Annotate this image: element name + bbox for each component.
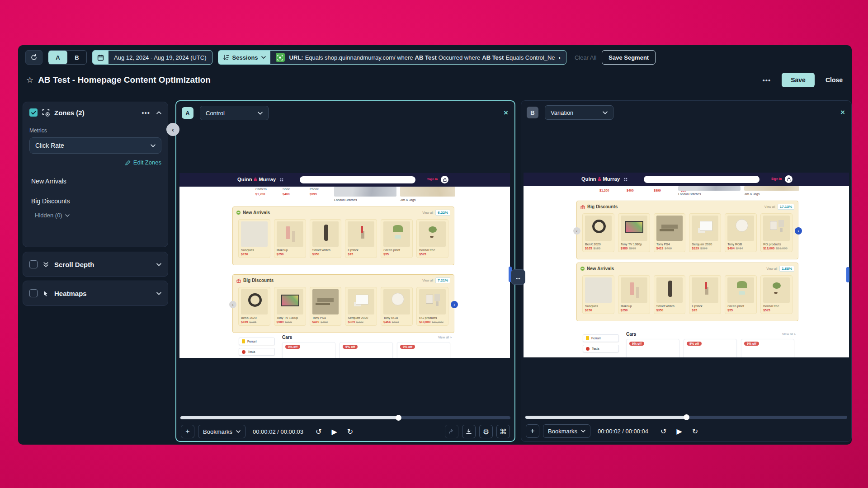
rewind-icon[interactable]: ↺ <box>316 427 321 436</box>
play-icon[interactable]: ▶ <box>676 427 682 436</box>
replay-icon[interactable]: ↻ <box>347 427 353 436</box>
product-card[interactable]: Tony PS4 $419$469 <box>310 287 342 326</box>
scroll-depth-panel[interactable]: Scroll Depth <box>23 252 168 277</box>
shop-search-input[interactable] <box>644 176 760 183</box>
zones-more-icon[interactable]: ••• <box>142 109 150 117</box>
apps-grid-icon[interactable] <box>624 178 627 181</box>
shortcuts-button[interactable]: ⌘ <box>496 425 510 438</box>
brand-card[interactable]: London Britches <box>334 187 396 202</box>
strip-product[interactable]: Shoe $400 <box>283 188 299 196</box>
replay-icon[interactable]: ↻ <box>692 427 698 436</box>
shop-search-input[interactable] <box>300 176 415 183</box>
car-card[interactable]: 9% off <box>282 342 335 358</box>
sidebar-collapse-button[interactable]: ‹ <box>166 123 179 136</box>
timeline-scrubber-a[interactable] <box>180 416 510 419</box>
product-card[interactable]: Makeup $250 <box>618 275 650 314</box>
strip-product[interactable]: Phone $999 <box>310 188 326 196</box>
product-card[interactable]: Tony RGB $464$484 <box>381 287 413 326</box>
view-all-link[interactable]: View all > <box>782 333 796 336</box>
close-button[interactable]: Close <box>826 76 843 84</box>
view-all-link[interactable]: View all > <box>438 336 452 339</box>
scroll-depth-checkbox[interactable] <box>29 260 38 268</box>
zone-list-item[interactable]: Big Discounts <box>29 191 161 211</box>
edit-zones-link[interactable]: Edit Zones <box>29 159 161 166</box>
zone-new-arrivals[interactable]: New Arrivals View all 6.22% Sunglass $15… <box>232 206 454 265</box>
heatmaps-panel[interactable]: Heatmaps <box>23 281 168 306</box>
segment-filter-chip[interactable]: Sessions URL: Equals shop.quinnandmurray… <box>218 50 566 65</box>
product-card[interactable]: Tony RGB $464$484 <box>725 213 757 252</box>
product-card[interactable]: Green plant $55 <box>725 275 757 314</box>
car-filter-button[interactable]: Tesla <box>583 345 619 352</box>
view-all-link[interactable]: View all <box>766 267 777 270</box>
save-segment-button[interactable]: Save Segment <box>602 50 656 65</box>
strip-product[interactable]: Camera $1,200 <box>599 187 616 192</box>
zone-big-discounts[interactable]: Big Discounts View all 17.13% BenX 2020 … <box>576 201 798 259</box>
toggle-a[interactable]: A <box>48 51 67 64</box>
panel-a-close-icon[interactable]: × <box>504 108 508 117</box>
carousel-left-icon[interactable]: ‹ <box>573 227 580 235</box>
strip-product[interactable]: Shoe $400 <box>627 187 643 192</box>
more-options-icon[interactable]: ••• <box>762 76 771 84</box>
url-filter[interactable]: URL: Equals shop.quinnandmurray.com/ whe… <box>270 53 566 62</box>
car-card[interactable]: 9% off <box>340 342 393 358</box>
brand-card[interactable]: London Britches <box>678 186 741 196</box>
product-card[interactable]: RG products $18,000$19,000 <box>760 213 793 252</box>
car-card[interactable]: 9% off <box>397 342 450 358</box>
heatmaps-checkbox[interactable] <box>29 289 38 297</box>
variant-select-a[interactable]: Control <box>200 106 269 120</box>
add-bookmark-button[interactable]: + <box>526 424 539 438</box>
panel-b-close-icon[interactable]: × <box>840 108 845 117</box>
play-icon[interactable]: ▶ <box>331 427 337 436</box>
product-card[interactable]: Smart Watch $350 <box>654 275 686 314</box>
brand-card[interactable]: Jim & Jags <box>744 186 799 196</box>
product-card[interactable]: Lipstick $15 <box>689 275 721 314</box>
metric-select[interactable]: Click Rate <box>29 137 161 154</box>
car-card[interactable]: 9% off <box>684 339 737 357</box>
view-all-link[interactable]: View all <box>422 211 433 214</box>
view-all-link[interactable]: View all <box>764 205 775 208</box>
save-button[interactable]: Save <box>782 73 815 87</box>
carousel-right-icon[interactable]: › <box>451 301 458 308</box>
clear-all-button[interactable]: Clear All <box>575 54 596 61</box>
product-card[interactable]: Tony PS4 $419$469 <box>654 213 686 252</box>
panel-resize-handle[interactable]: ↔ <box>511 269 525 285</box>
chevron-down-icon[interactable] <box>156 263 161 266</box>
car-filter-button[interactable]: Tesla <box>239 348 275 356</box>
product-card[interactable]: Serguarr 2020 $329$399 <box>345 287 377 326</box>
toggle-b[interactable]: B <box>67 51 86 64</box>
cart-bag-icon[interactable] <box>441 176 448 183</box>
product-card[interactable]: Tony TV 1080p $989$999 <box>618 213 650 252</box>
hidden-zones-toggle[interactable]: Hidden (0) <box>29 212 161 219</box>
strip-product[interactable]: Phone $999 <box>654 187 670 192</box>
bookmarks-dropdown[interactable]: Bookmarks <box>543 424 590 438</box>
rewind-icon[interactable]: ↺ <box>660 427 666 436</box>
carousel-right-icon[interactable]: › <box>795 227 802 235</box>
zone-big-discounts[interactable]: Big Discounts View all 7.21% BenX 2020 $… <box>232 274 454 333</box>
car-card[interactable]: 9% off <box>626 339 679 357</box>
product-card[interactable]: Sunglass $150 <box>238 219 270 258</box>
car-filter-button[interactable]: Ferrari <box>239 338 275 345</box>
strip-product[interactable]: Camera $1,200 <box>255 188 272 196</box>
product-card[interactable]: Lipstick $15 <box>345 219 377 258</box>
product-card[interactable]: Bonsai tree $525 <box>416 219 448 258</box>
timeline-scrubber-b[interactable] <box>525 416 847 419</box>
product-card[interactable]: BenX 2020 $165$185 <box>238 287 270 326</box>
settings-button[interactable]: ⚙ <box>479 425 493 438</box>
product-card[interactable]: Green plant $55 <box>381 219 413 258</box>
car-filter-button[interactable]: Ferrari <box>583 334 619 342</box>
date-range-chip[interactable]: Aug 12, 2024 - Aug 19, 2024 (UTC) <box>92 50 212 65</box>
add-bookmark-button[interactable]: + <box>181 425 194 438</box>
zones-checkbox[interactable] <box>29 108 38 117</box>
zone-new-arrivals[interactable]: New Arrivals View all 1.68% Sunglass $15… <box>576 263 798 321</box>
product-card[interactable]: Makeup $250 <box>274 219 306 258</box>
chevron-down-icon[interactable] <box>156 292 161 295</box>
mini-scrollbar[interactable] <box>846 267 849 282</box>
product-card[interactable]: Bonsai tree $525 <box>760 275 793 314</box>
brand-card[interactable]: Jim & Jags <box>400 187 455 202</box>
zone-list-item[interactable]: New Arrivals <box>29 171 161 191</box>
segment-type[interactable]: Sessions <box>218 51 270 64</box>
product-card[interactable]: BenX 2020 $165$185 <box>582 213 614 252</box>
sign-in-link[interactable]: Sign in <box>427 178 438 181</box>
carousel-left-icon[interactable]: ‹ <box>229 301 236 308</box>
collapse-icon[interactable] <box>156 111 161 114</box>
